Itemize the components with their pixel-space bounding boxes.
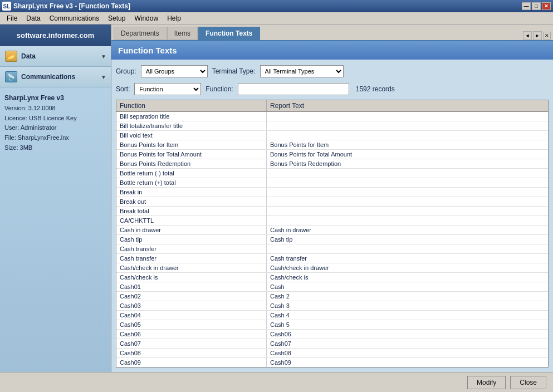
minimize-button[interactable]: — xyxy=(522,2,531,10)
close-window-button[interactable]: ✕ xyxy=(542,2,551,10)
cell-report-text: Cash09 xyxy=(267,358,548,367)
cell-report-text: Cash transfer xyxy=(267,254,548,263)
cell-function: Bill void text xyxy=(116,131,267,140)
table-row[interactable]: Cash/check in drawerCash/check in drawer xyxy=(116,263,548,273)
function-texts-table: Function Report Text Bill separation tit… xyxy=(116,100,549,367)
tab-items[interactable]: Items xyxy=(167,27,198,40)
modify-button[interactable]: Modify xyxy=(467,376,506,389)
group-select[interactable]: All Groups xyxy=(141,65,208,77)
menu-window[interactable]: Window xyxy=(130,13,163,23)
sidebar-comm-arrow: ▼ xyxy=(101,74,106,80)
data-icon: 📂 xyxy=(4,50,18,63)
sidebar-data-label: Data xyxy=(21,52,97,60)
table-row[interactable]: Cash08Cash08 xyxy=(116,349,548,358)
sidebar-item-communications[interactable]: 📡 Communications ▼ xyxy=(0,67,111,87)
panel-body: Group: All Groups Terminal Type: All Ter… xyxy=(111,60,553,372)
table-row[interactable]: Cash03Cash 3 xyxy=(116,301,548,311)
tab-function-texts[interactable]: Function Texts xyxy=(198,27,260,40)
panel-header: Function Texts xyxy=(111,41,553,60)
table-row[interactable]: Cash tipCash tip xyxy=(116,235,548,244)
table-row[interactable]: Cash in drawerCash in drawer xyxy=(116,226,548,235)
table-row[interactable]: Cash07Cash07 xyxy=(116,339,548,349)
table-row[interactable]: Cash/check isCash/check is xyxy=(116,273,548,282)
table-row[interactable]: Cash02Cash 2 xyxy=(116,292,548,301)
table-row[interactable]: Bonus Points for ItemBonus Points for It… xyxy=(116,140,548,150)
cell-function: Cash06 xyxy=(116,330,267,339)
cell-report-text xyxy=(267,131,548,140)
menu-communications[interactable]: Communications xyxy=(45,13,104,23)
sidebar-item-data[interactable]: 📂 Data ▼ xyxy=(0,46,111,67)
sidebar: software.informer.com 📂 Data ▼ 📡 Communi… xyxy=(0,24,111,372)
tab-nav-right-btn[interactable]: ► xyxy=(533,31,542,40)
table-row[interactable]: Break in xyxy=(116,188,548,197)
cell-report-text: Cash tip xyxy=(267,235,548,244)
cell-report-text xyxy=(267,216,548,225)
cell-function: Cash05 xyxy=(116,320,267,329)
menu-data[interactable]: Data xyxy=(22,13,45,23)
menu-bar: File Data Communications Setup Window He… xyxy=(0,12,553,24)
cell-function: Bonus Points for Item xyxy=(116,140,267,149)
cell-report-text: Bonus Points for Item xyxy=(267,140,548,149)
table-row[interactable]: Bottle return (+) total xyxy=(116,178,548,188)
content-area: Departments Items Function Texts ◄ ► ✕ F… xyxy=(111,24,553,372)
table-row[interactable]: Bill totalize/transfer title xyxy=(116,121,548,131)
cell-function: Cash/check is xyxy=(116,273,267,282)
table-row[interactable]: Bonus Points RedemptionBonus Points Rede… xyxy=(116,159,548,169)
panel: Function Texts Group: All Groups Termina… xyxy=(111,41,553,372)
table-row[interactable]: Break out xyxy=(116,197,548,207)
cell-function: CA/CHKTTL xyxy=(116,216,267,225)
cell-report-text: Cash xyxy=(267,282,548,291)
cell-report-text xyxy=(267,112,548,121)
sidebar-communications-label: Communications xyxy=(21,73,97,81)
cell-report-text: Bonus Points Redemption xyxy=(267,159,548,168)
table-row[interactable]: Bill separation title xyxy=(116,112,548,121)
filter-row-1: Group: All Groups Terminal Type: All Ter… xyxy=(116,64,549,79)
table-row[interactable]: Cash06Cash06 xyxy=(116,330,548,339)
cell-function: Cash/check in drawer xyxy=(116,263,267,272)
bottom-bar: Modify Close xyxy=(0,372,553,392)
title-bar-left: SL SharpLynx Free v3 - [Function Texts] xyxy=(2,2,130,11)
cell-report-text: Cash06 xyxy=(267,330,548,339)
function-input[interactable] xyxy=(238,83,349,95)
table-row[interactable]: Cash01Cash xyxy=(116,282,548,292)
cell-report-text: Cash 4 xyxy=(267,311,548,320)
menu-setup[interactable]: Setup xyxy=(104,13,130,23)
menu-help[interactable]: Help xyxy=(163,13,185,23)
tab-nav-left-btn[interactable]: ◄ xyxy=(523,31,532,40)
tab-departments[interactable]: Departments xyxy=(114,27,167,40)
cell-function: Cash in drawer xyxy=(116,226,267,234)
cell-report-text xyxy=(267,207,548,215)
table-row[interactable]: Bottle return (-) total xyxy=(116,169,548,178)
table-row[interactable]: Cash09Cash09 xyxy=(116,358,548,367)
table-row[interactable]: Cash transfer xyxy=(116,244,548,254)
table-row[interactable]: Bill void text xyxy=(116,131,548,140)
table-row[interactable]: Cash transferCash transfer xyxy=(116,254,548,263)
menu-file[interactable]: File xyxy=(2,13,22,23)
cell-function: Cash08 xyxy=(116,349,267,357)
cell-function: Break out xyxy=(116,197,267,206)
maximize-button[interactable]: □ xyxy=(532,2,541,10)
panel-title: Function Texts xyxy=(118,46,177,55)
cell-report-text: Cash07 xyxy=(267,339,548,348)
cell-report-text: Cash in drawer xyxy=(267,226,548,234)
sidebar-file: File: SharpLynxFree.lnx xyxy=(4,133,106,143)
cell-function: Cash02 xyxy=(116,292,267,301)
table-row[interactable]: CA/CHKTTL xyxy=(116,216,548,226)
sort-select[interactable]: Function xyxy=(134,83,201,95)
tab-bar: Departments Items Function Texts ◄ ► ✕ xyxy=(111,24,553,41)
table-row[interactable]: Cash05Cash 5 xyxy=(116,320,548,330)
terminal-type-select[interactable]: All Terminal Types xyxy=(260,65,344,77)
cell-function: Cash07 xyxy=(116,339,267,348)
terminal-type-label: Terminal Type: xyxy=(212,67,256,75)
col-header-report-text: Report Text xyxy=(267,100,548,111)
table-row[interactable]: Break total xyxy=(116,207,548,216)
table-body[interactable]: Bill separation titleBill totalize/trans… xyxy=(116,112,548,367)
cell-function: Cash09 xyxy=(116,358,267,367)
tab-close-btn[interactable]: ✕ xyxy=(543,32,551,40)
cell-function: Bill totalize/transfer title xyxy=(116,121,267,130)
table-row[interactable]: Bonus Points for Total AmountBonus Point… xyxy=(116,150,548,159)
sidebar-logo: software.informer.com xyxy=(0,24,111,46)
close-button[interactable]: Close xyxy=(510,376,546,389)
table-row[interactable]: Cash04Cash 4 xyxy=(116,311,548,320)
cell-report-text xyxy=(267,121,548,130)
